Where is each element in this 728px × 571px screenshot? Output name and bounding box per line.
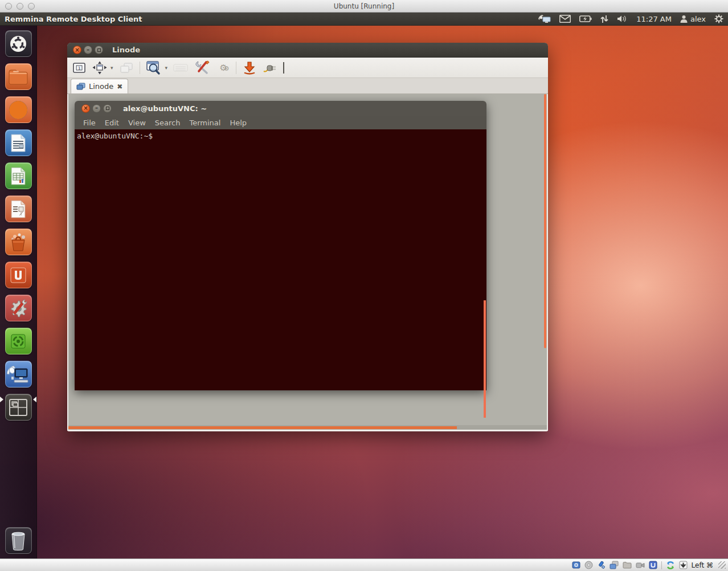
tab-linode[interactable]: Linode ✖: [71, 79, 128, 93]
fit-window-dropdown[interactable]: ▾: [111, 65, 113, 71]
top-panel: Remmina Remote Desktop Client 11:27 AM a…: [0, 13, 728, 26]
launcher-item-libreoffice-impress[interactable]: [5, 195, 32, 222]
duplicate-connection-button[interactable]: [119, 60, 134, 76]
zoom-dropdown[interactable]: ▾: [165, 65, 168, 71]
user-menu[interactable]: alex: [680, 15, 706, 23]
network-arrows-icon[interactable]: [600, 15, 608, 23]
toolbar-cursor-line: [283, 62, 284, 74]
fullscreen-icon: 1: [72, 62, 86, 74]
menu-edit[interactable]: Edit: [100, 119, 124, 127]
mail-icon[interactable]: [559, 15, 571, 23]
session-gear-icon[interactable]: [714, 14, 723, 23]
impress-document-icon: [10, 199, 27, 219]
remote-horizontal-scrollbar[interactable]: [68, 426, 457, 429]
ubuntu-logo-icon: [9, 34, 28, 54]
keyboard-capture-icon[interactable]: [679, 561, 688, 569]
usb-icon[interactable]: [597, 561, 606, 569]
launcher-item-firefox[interactable]: [5, 96, 32, 123]
menu-terminal[interactable]: Terminal: [185, 119, 225, 127]
launcher-item-libreoffice-calc[interactable]: [5, 162, 32, 189]
launcher-item-trash[interactable]: [5, 527, 32, 554]
menu-view[interactable]: View: [124, 119, 150, 127]
tab-close-icon[interactable]: ✖: [117, 83, 122, 91]
launcher-item-libreoffice-writer[interactable]: [5, 129, 32, 156]
workspace-grid-icon: [9, 398, 28, 417]
host-key-label: Left ⌘: [692, 561, 713, 569]
remmina-tray-icon[interactable]: [538, 14, 551, 23]
terminal-maximize-button[interactable]: [103, 104, 112, 113]
launcher-item-remmina[interactable]: [5, 361, 32, 388]
tools-icon: [194, 60, 210, 75]
user-name: alex: [690, 15, 706, 23]
launcher-item-software-updater[interactable]: [5, 328, 32, 354]
fullscreen-button[interactable]: 1: [72, 60, 87, 76]
folder-icon: [8, 68, 28, 85]
disconnect-button[interactable]: [263, 60, 277, 76]
user-icon: [680, 15, 688, 23]
optical-drive-icon[interactable]: [584, 561, 593, 569]
fit-window-button[interactable]: [92, 60, 107, 76]
iconify-arrow-icon: [243, 61, 256, 75]
menu-file[interactable]: File: [79, 119, 100, 127]
remmina-titlebar[interactable]: × – Linode: [67, 43, 548, 58]
ubuntu-one-icon: [9, 266, 28, 285]
unity-launcher: [0, 26, 37, 558]
window-close-button[interactable]: ×: [73, 46, 81, 54]
display-icon[interactable]: [636, 561, 645, 569]
resize-grip[interactable]: [718, 561, 726, 569]
preferences-button[interactable]: ⚙⚙: [215, 60, 230, 76]
host-titlebar: Ubuntu [Running]: [0, 0, 728, 13]
shared-folders-icon[interactable]: [623, 561, 632, 569]
launcher-item-workspace-switcher[interactable]: [5, 394, 32, 421]
fit-window-icon: [92, 61, 107, 75]
remote-desktop-view[interactable]: × – alex@ubuntuVNC: ~ File Edit View Sea…: [67, 94, 548, 431]
plug-icon: [263, 62, 277, 74]
network-icon[interactable]: [610, 561, 619, 569]
toolbar-separator: [236, 62, 236, 74]
volume-icon[interactable]: [617, 15, 628, 23]
keyboard-grab-button[interactable]: [173, 60, 188, 76]
tab-label: Linode: [89, 82, 113, 91]
menu-help[interactable]: Help: [225, 119, 251, 127]
indicator-tray: 11:27 AM alex: [538, 14, 723, 23]
launcher-item-software-center[interactable]: [5, 229, 32, 255]
remote-vertical-scrollbar[interactable]: [544, 94, 546, 348]
hard-disks-icon[interactable]: [572, 561, 580, 569]
terminal-scrollbar[interactable]: [484, 300, 486, 418]
window-maximize-button[interactable]: [95, 46, 103, 54]
virtualbox-vm-window: Ubuntu [Running] Remmina Remote Desktop …: [0, 0, 728, 571]
firefox-icon: [7, 99, 29, 121]
active-app-title: Remmina Remote Desktop Client: [5, 15, 142, 23]
running-indicator-arrow: [0, 397, 3, 402]
mouse-integration-icon[interactable]: [666, 561, 675, 570]
battery-icon[interactable]: [579, 15, 592, 22]
terminal-body[interactable]: alex@ubuntuVNC:~$: [75, 129, 486, 390]
terminal-menubar: File Edit View Search Terminal Help: [75, 116, 486, 129]
launcher-item-files[interactable]: [5, 63, 32, 90]
menu-search[interactable]: Search: [150, 119, 185, 127]
terminal-close-button[interactable]: ×: [81, 104, 90, 113]
remmina-toolbar: 1 ▾ ▾ ⚙⚙: [67, 58, 548, 78]
updater-icon: [9, 332, 28, 351]
iconify-button[interactable]: [242, 60, 257, 76]
svg-text:1: 1: [78, 66, 80, 71]
terminal-minimize-button[interactable]: –: [92, 104, 101, 113]
shopping-bag-icon: [8, 232, 28, 252]
window-minimize-button[interactable]: –: [84, 46, 92, 54]
launcher-item-dash-home[interactable]: [5, 30, 32, 57]
terminal-titlebar[interactable]: × – alex@ubuntuVNC: ~: [75, 101, 486, 116]
gears-icon: ⚙⚙: [219, 63, 226, 73]
remmina-window: × – Linode 1 ▾ ▾: [67, 43, 548, 431]
writer-document-icon: [10, 133, 27, 153]
launcher-item-ubuntu-one[interactable]: [5, 262, 32, 288]
terminal-window: × – alex@ubuntuVNC: ~ File Edit View Sea…: [75, 101, 486, 390]
trash-icon: [9, 531, 27, 551]
tools-button[interactable]: [194, 60, 210, 76]
launcher-item-system-settings[interactable]: [5, 295, 32, 321]
duplicate-icon: [120, 62, 133, 74]
clock[interactable]: 11:27 AM: [636, 15, 672, 23]
zoom-button[interactable]: [146, 60, 162, 76]
remmina-tabbar: Linode ✖: [67, 78, 548, 94]
statusbar-separator: [661, 561, 662, 569]
guest-features-icon[interactable]: [649, 561, 657, 569]
